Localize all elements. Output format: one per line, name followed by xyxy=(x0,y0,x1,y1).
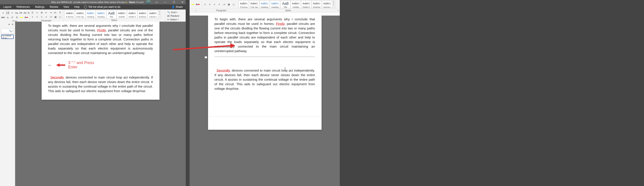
style-intense-emphasis[interactable]: AaBbCcDdIntense E... xyxy=(148,10,158,18)
style-normal[interactable]: AaBbCcDd¶ Normal xyxy=(64,10,75,18)
paragraph-1[interactable]: To begin with, there are several argumen… xyxy=(48,23,153,55)
style-subtitle[interactable]: AaBbCcDSubtitle xyxy=(116,10,127,18)
style-heading2-r[interactable]: AaBbCcEHeading 2 xyxy=(270,1,280,8)
align-left-icon-r[interactable]: ≡ xyxy=(203,2,207,6)
style-subtle-emphasis[interactable]: AaBbCcDdSubtle Em... xyxy=(127,10,138,18)
justify-icon[interactable]: ≡ xyxy=(45,15,48,18)
style-normal-r[interactable]: AaBbCcDd¶ Normal xyxy=(238,1,249,8)
page-left[interactable]: To begin with, there are several argumen… xyxy=(42,22,160,100)
close-button[interactable]: ✕ xyxy=(179,0,186,4)
change-case-icon[interactable]: Aa xyxy=(24,11,26,14)
tell-me[interactable]: Tell me what you want to do xyxy=(84,5,120,8)
paragraph-group-label-r: Paragraph xyxy=(202,9,240,12)
link-firstly-r: Firstly xyxy=(276,22,284,25)
highlight-icon[interactable] xyxy=(20,15,23,19)
nav-dropdown-icon[interactable]: ▾ xyxy=(8,23,10,26)
style-heading1-r[interactable]: AaBbCcHeading 1 xyxy=(260,1,270,8)
replace-icon: ab xyxy=(167,14,170,17)
shading-icon-r[interactable]: ▦ xyxy=(227,2,231,6)
share-button[interactable]: 👤 Share xyxy=(172,5,185,8)
word-window-left: Why are PARALLEL circuits used in homes … xyxy=(0,0,186,186)
find-icon: 🔍 xyxy=(167,11,170,14)
shrink-font-icon[interactable]: A▾ xyxy=(20,11,22,14)
replace-button[interactable]: abReplace xyxy=(167,14,184,17)
maximize-button[interactable]: ☐ xyxy=(170,0,177,4)
nav-close-icon[interactable]: ✕ xyxy=(12,23,14,26)
page-right-2[interactable] xyxy=(208,117,322,130)
text-effects-icon[interactable]: A xyxy=(16,15,19,19)
nav-heading-item[interactable]: es instead of se... xyxy=(1,35,14,39)
bullets-icon[interactable]: ☰ xyxy=(31,11,34,14)
subscript-icon[interactable]: x₂ xyxy=(6,15,9,19)
ribbon-display-button[interactable]: ▭ xyxy=(153,0,160,4)
sort-icon[interactable]: A↓ xyxy=(54,11,57,14)
font-color-icon-r[interactable]: A xyxy=(196,2,200,6)
grow-font-icon[interactable]: A▴ xyxy=(15,11,18,14)
dashes-line[interactable]: --- 3 "-" and Press Enter xyxy=(48,55,153,69)
font-size-input[interactable]: 13 xyxy=(6,11,9,15)
align-center-icon[interactable]: ≡ xyxy=(35,15,38,18)
show-marks-icon[interactable]: ¶ xyxy=(58,11,62,14)
style-emphasis[interactable]: AaBbCcDdEmphasis xyxy=(138,10,148,18)
find-button[interactable]: 🔍Find▾ xyxy=(167,10,184,14)
pagebreak-marker-icon xyxy=(204,56,207,58)
paragraph-2[interactable]: Secondly, devices connected to main circ… xyxy=(48,75,153,93)
align-left-icon[interactable]: ≡ xyxy=(31,15,34,18)
strikethrough-icon[interactable]: abc xyxy=(1,15,5,19)
tab-layout[interactable]: Layout xyxy=(1,4,14,9)
nav-search-input[interactable]: 🔍▾ xyxy=(1,28,14,33)
borders-icon[interactable]: ▢ xyxy=(58,15,62,18)
line-spacing-icon-r[interactable]: ↕≡ xyxy=(222,2,226,6)
superscript-icon[interactable]: x² xyxy=(10,15,14,19)
document-canvas-left[interactable]: To begin with, there are several argumen… xyxy=(15,22,186,186)
tab-help[interactable]: Help xyxy=(72,4,82,9)
align-right-icon[interactable]: ≡ xyxy=(40,15,43,18)
page-right-1[interactable]: To begin with, there are several argumen… xyxy=(208,15,322,117)
paragraph-2-r[interactable]: Secondly, devices connected to main circ… xyxy=(214,68,315,91)
increase-indent-icon[interactable]: ⇥ xyxy=(49,11,52,14)
styles-more-button-r[interactable]: ▴▾⋯ xyxy=(332,1,335,8)
justify-icon-r[interactable]: ≡ xyxy=(217,2,221,6)
align-center-icon-r[interactable]: ≡ xyxy=(208,2,212,6)
style-intense-r[interactable]: AaBbCcDdIntense E... xyxy=(322,1,332,8)
styles-dialog-launcher-r[interactable]: ↘ xyxy=(336,9,340,12)
numbering-icon[interactable]: ≡ xyxy=(35,11,38,14)
warning-icon: ⚠ xyxy=(125,1,128,4)
line-spacing-icon[interactable]: ↕≡ xyxy=(49,15,52,18)
style-nospac-r[interactable]: AaBbCcDd¶ No Spac... xyxy=(249,1,260,8)
tab-mailings[interactable]: Mailings xyxy=(32,4,47,9)
style-title-r[interactable]: AaBTitle xyxy=(280,1,290,8)
style-subtle-em-r[interactable]: AaBbCcDdSubtle Em... xyxy=(301,1,312,8)
font-size-dropdown[interactable]: ▾ xyxy=(10,11,14,14)
font-dialog-launcher-r[interactable]: ↘ xyxy=(190,9,202,12)
font-color-icon[interactable]: A xyxy=(24,15,28,19)
navigation-pane: ▾ ✕ 🔍▾ es instead of se... xyxy=(0,22,15,186)
highlight-icon-r[interactable] xyxy=(191,2,195,6)
ribbon-tabs: Layout References Mailings Review View H… xyxy=(0,4,186,9)
style-heading1[interactable]: AaBbCcHeading 1 xyxy=(86,10,96,18)
style-subtitle-r[interactable]: AaBbCcDSubtitle xyxy=(290,1,301,8)
word-window-right: A ≡ ≡ ≡ ≡ ↕≡ ▦ ▢ AaBbCcDd¶ Normal AaBbCc… xyxy=(190,0,340,186)
tab-references[interactable]: References xyxy=(14,4,32,9)
callout-arrow-icon xyxy=(54,63,65,67)
style-emphasis-r[interactable]: AaBbCcDdEmphasis xyxy=(312,1,322,8)
style-no-spacing[interactable]: AaBbCcDd¶ No Spac... xyxy=(75,10,86,18)
document-canvas-right[interactable]: To begin with, there are several argumen… xyxy=(190,15,340,186)
minimize-button[interactable]: — xyxy=(162,0,168,4)
style-heading2[interactable]: AaBbCcEHeading 2 xyxy=(96,10,106,18)
borders-icon-r[interactable]: ▢ xyxy=(232,2,236,6)
shading-icon[interactable]: ▦ xyxy=(54,15,57,18)
select-button[interactable]: ▭Select▾ xyxy=(167,17,184,21)
tell-me-label: Tell me what you want to do xyxy=(88,5,120,8)
user-avatar[interactable] xyxy=(146,0,151,4)
align-right-icon-r[interactable]: ≡ xyxy=(212,2,216,6)
tab-review[interactable]: Review xyxy=(47,4,61,9)
styles-gallery-right: AaBbCcDd¶ Normal AaBbCcDd¶ No Spac... Aa… xyxy=(238,1,335,8)
tab-view[interactable]: View xyxy=(61,4,72,9)
user-name: Dipak Poudel xyxy=(130,1,144,3)
styles-more-button[interactable]: ▴▾⋯ xyxy=(158,10,161,18)
decrease-indent-icon[interactable]: ⇤ xyxy=(45,11,48,14)
multilevel-icon[interactable]: ≣ xyxy=(40,11,43,14)
style-title[interactable]: AaBTitle xyxy=(106,10,116,18)
font-family-dropdown[interactable]: ▾ xyxy=(1,11,5,14)
